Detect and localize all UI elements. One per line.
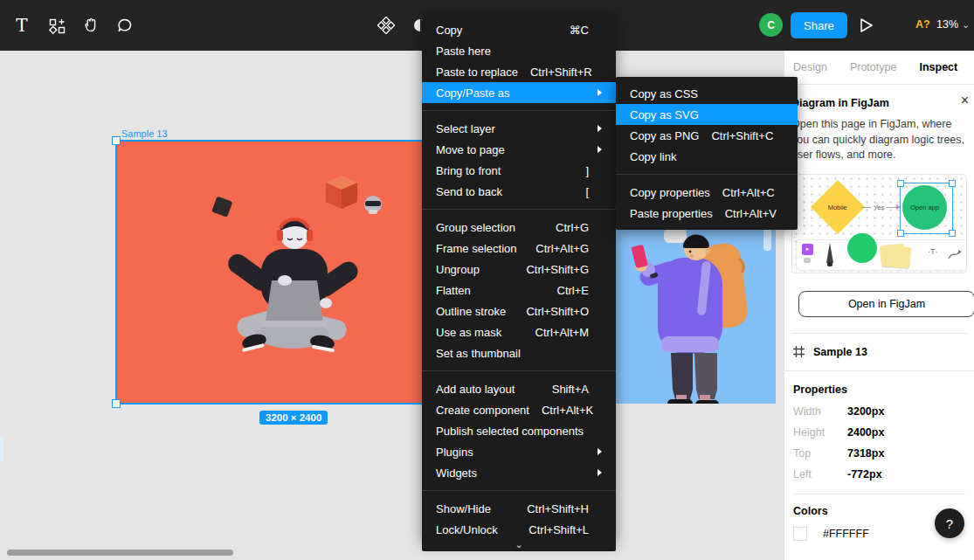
menu-shortcut: Ctrl+Shift+H: [527, 502, 589, 515]
preview-edge: Yes: [860, 204, 899, 211]
zoom-level: 13%: [936, 18, 958, 31]
avatar[interactable]: C: [759, 13, 783, 37]
property-label: Width: [793, 405, 847, 418]
laptop-person-illustration: [116, 141, 468, 404]
share-button[interactable]: Share: [791, 12, 847, 38]
menu-item[interactable]: Frame selection Ctrl+Alt+G: [422, 238, 616, 259]
zoom-control[interactable]: 13% ⌄: [936, 18, 970, 31]
diamond-grid-icon[interactable]: [373, 12, 399, 38]
red-cube: [326, 176, 357, 209]
property-label: Top: [793, 447, 847, 460]
menu-item[interactable]: Copy/Paste as: [422, 82, 616, 103]
figjam-preview: Mobile Yes Open app ▸: [791, 174, 967, 273]
menu-item[interactable]: Plugins: [422, 441, 616, 462]
menu-item[interactable]: Publish selected components: [422, 420, 616, 441]
menu-item[interactable]: Send to back [: [422, 181, 616, 202]
panel-tab[interactable]: Design: [793, 61, 827, 73]
menu-item[interactable]: Paste to replace Ctrl+Shift+R: [422, 61, 616, 82]
menu-item[interactable]: Copy ⌘C: [422, 19, 616, 40]
color-swatch: [793, 527, 807, 541]
left-panel-edge: [0, 437, 3, 461]
section-divider: [791, 333, 967, 334]
menu-shortcut: Ctrl+G: [556, 221, 589, 234]
menu-shortcut: Ctrl+Shift+G: [526, 263, 589, 276]
menu-item[interactable]: Flatten Ctrl+E: [422, 280, 616, 301]
menu-item[interactable]: Widgets: [422, 462, 616, 483]
menu-item[interactable]: Add auto layout Shift+A: [422, 378, 616, 399]
menu-item[interactable]: Create component Ctrl+Alt+K: [422, 399, 616, 420]
menu-item[interactable]: Set as thumbnail: [422, 342, 616, 363]
promo-title: Diagram in FigJam: [791, 97, 967, 109]
comment-tool-icon[interactable]: [112, 12, 138, 38]
canvas-frame-sample13[interactable]: [116, 141, 468, 404]
laptop-person: [225, 219, 362, 352]
property-label: Left: [793, 468, 847, 480]
sticky-note-icon: [885, 245, 911, 267]
copy-paste-as-submenu: Copy as CSS Copy as SVG Copy as PNG Ctrl…: [616, 77, 798, 230]
present-icon[interactable]: [860, 17, 874, 37]
submenu-item[interactable]: Copy properties Ctrl+Alt+C: [616, 182, 798, 203]
text-tool-mini-icon: ·T·: [928, 247, 938, 256]
submenu-item[interactable]: Copy link: [616, 146, 798, 167]
property-value: 7318px: [847, 447, 884, 460]
menu-shortcut: Shift+A: [552, 383, 589, 396]
menu-shortcut: ⌘C: [570, 24, 589, 37]
preview-toolbar-strip: ▸ ·T·: [796, 239, 967, 271]
submenu-item[interactable]: Copy as CSS: [616, 83, 798, 104]
properties-title: Properties: [793, 384, 965, 396]
menu-item[interactable]: Select layer: [422, 118, 616, 139]
menu-item[interactable]: Move to page: [422, 139, 616, 160]
selection-handle-bottom-left[interactable]: [112, 399, 121, 408]
preview-selection-box: [900, 183, 953, 234]
property-label: Height: [793, 426, 847, 439]
property-value: 3200px: [847, 405, 884, 418]
menu-item[interactable]: Show/Hide Ctrl+Shift+H: [422, 498, 616, 519]
figma-app: Sample 13: [0, 0, 974, 560]
menu-shortcut: Ctrl+Alt+K: [542, 404, 593, 417]
menu-item[interactable]: Ungroup Ctrl+Shift+G: [422, 259, 616, 280]
cursor-tool-icon: ▸: [802, 244, 813, 255]
submenu-item[interactable]: Copy as PNG Ctrl+Shift+C: [616, 125, 798, 146]
help-button[interactable]: ?: [935, 508, 964, 538]
panel-tab[interactable]: Inspect: [919, 61, 957, 73]
accessibility-toggle[interactable]: A?: [915, 18, 930, 31]
connector-tool-icon: [947, 248, 963, 262]
open-in-figjam-button[interactable]: Open in FigJam: [798, 291, 974, 317]
property-row: Height 2400px: [793, 422, 965, 443]
selection-handle-top-left[interactable]: [112, 136, 121, 145]
frame-name-label[interactable]: Sample 13: [121, 128, 168, 139]
submenu-arrow-icon: [598, 125, 602, 132]
submenu-arrow-icon: [598, 89, 602, 96]
menu-item[interactable]: Outline stroke Ctrl+Shift+O: [422, 301, 616, 321]
chevron-down-icon: ⌄: [962, 19, 970, 31]
text-tool-icon[interactable]: T: [9, 12, 35, 38]
marker-tool-icon: [823, 242, 837, 268]
panel-tab[interactable]: Prototype: [850, 61, 897, 73]
selected-layer-name: Sample 13: [813, 346, 867, 358]
submenu-item[interactable]: Paste properties Ctrl+Alt+V: [616, 203, 798, 224]
submenu-arrow-icon: [598, 469, 602, 476]
menu-shortcut: Ctrl+E: [557, 284, 589, 297]
menu-item[interactable]: Use as mask Ctrl+Alt+M: [422, 321, 616, 342]
menu-scroll-more-icon[interactable]: ⌄: [422, 537, 616, 551]
hand-tool-icon[interactable]: [78, 12, 104, 38]
submenu-item[interactable]: Copy as SVG: [616, 104, 798, 125]
resources-tool-icon[interactable]: [44, 12, 70, 38]
menu-divider: [422, 370, 616, 371]
horizontal-scrollbar[interactable]: [7, 550, 233, 556]
close-icon[interactable]: ×: [961, 93, 969, 107]
menu-divider: [422, 209, 616, 210]
submenu-arrow-icon: [598, 146, 602, 153]
menu-shortcut: Ctrl+Shift+L: [528, 523, 589, 536]
properties-rows: Width 3200px Height 2400px Top 7318px Le…: [793, 401, 965, 485]
property-row: Left -772px: [793, 464, 965, 485]
menu-divider: [616, 174, 798, 175]
menu-shortcut: Ctrl+Alt+V: [725, 207, 777, 220]
dimension-badge: 3200 × 2400: [259, 411, 328, 425]
menu-item[interactable]: Bring to front ]: [422, 160, 616, 181]
menu-item[interactable]: Group selection Ctrl+G: [422, 217, 616, 238]
menu-item[interactable]: Paste here: [422, 40, 616, 61]
menu-shortcut: Ctrl+Alt+M: [535, 326, 589, 339]
dark-cube: [211, 196, 232, 217]
menu-shortcut: Ctrl+Shift+R: [530, 66, 592, 79]
